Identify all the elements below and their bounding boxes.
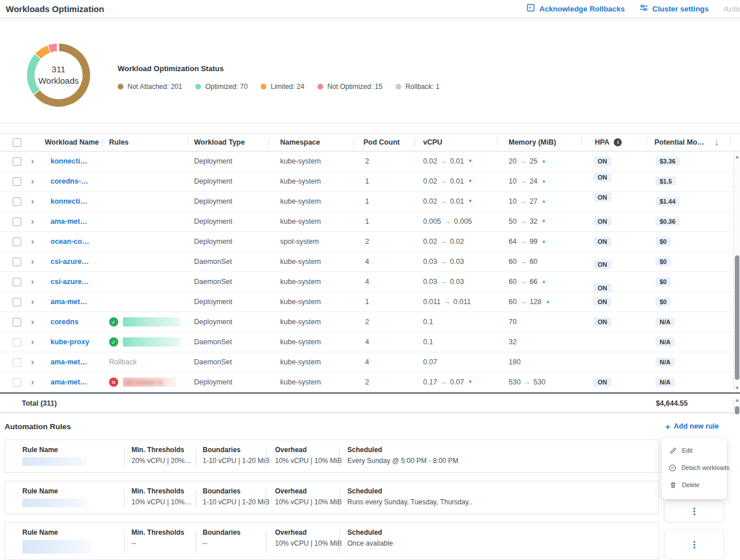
column-header-namespace[interactable]: Namespace	[269, 134, 354, 151]
rules-cell	[102, 272, 188, 291]
row-checkbox[interactable]	[13, 197, 21, 206]
arrow-right-icon: →	[520, 197, 527, 205]
row-checkbox[interactable]	[13, 157, 21, 166]
vcpu-cell: 0.02→0.01▼	[414, 151, 497, 171]
hpa-badge: ON	[594, 297, 611, 306]
kebab-menu-icon[interactable]	[691, 505, 698, 518]
row-checkbox[interactable]	[13, 338, 21, 347]
pod-count: 1	[354, 212, 414, 231]
expand-chevron-icon[interactable]: ›	[31, 277, 34, 286]
table-row[interactable]: › konnecti… Deployment kube-system 2 0.0…	[0, 151, 740, 172]
menu-item-detach-workloads[interactable]: Detach workloads	[661, 459, 727, 476]
menu-item-edit[interactable]: Edit	[661, 442, 727, 459]
expand-chevron-icon[interactable]: ›	[31, 197, 34, 206]
table-row[interactable]: › ama-met… Deployment kube-system 1 0.01…	[0, 292, 740, 312]
column-header-rules[interactable]: Rules	[102, 134, 188, 151]
table-scrollbar[interactable]	[733, 153, 740, 392]
row-checkbox[interactable]	[13, 217, 21, 226]
workload-name-link[interactable]: coredns-…	[51, 177, 88, 185]
thresholds-value: --	[131, 539, 196, 547]
info-icon[interactable]: i	[614, 138, 622, 146]
expand-chevron-icon[interactable]: ›	[31, 337, 34, 347]
column-header-vcpu[interactable]: vCPU	[414, 134, 497, 151]
arrow-right-icon: →	[520, 278, 527, 286]
namespace: kube-system	[269, 252, 354, 271]
table-row[interactable]: › ama-met… Deployment kube-system 1 0.00…	[0, 212, 740, 232]
table-row[interactable]: › coredns ✓ Deployment kube-system 2 0.1…	[0, 312, 740, 332]
sort-desc-icon[interactable]: ↓	[715, 138, 719, 147]
workload-name-link[interactable]: konnecti…	[51, 157, 87, 165]
arrow-right-icon: →	[444, 217, 451, 225]
expand-chevron-icon[interactable]: ›	[31, 257, 34, 266]
column-header-workload-name[interactable]: Workload Name	[45, 134, 102, 151]
select-all-checkbox[interactable]	[13, 138, 21, 147]
namespace: kube-system	[269, 352, 354, 372]
row-checkbox[interactable]	[13, 298, 21, 306]
workload-name-link[interactable]: ama-met…	[51, 378, 87, 386]
scroll-down-icon[interactable]	[735, 387, 739, 390]
table-row[interactable]: › ama-met… ✕xxx xxxxxxx xx Deployment ku…	[0, 372, 740, 392]
scroll-up-icon[interactable]	[735, 155, 739, 158]
table-row[interactable]: › csi-azure… DaemonSet kube-system 4 0.0…	[0, 272, 740, 292]
column-header-workload-type[interactable]: Workload Type	[188, 134, 269, 151]
table-row[interactable]: › kube-proxy ✓ DaemonSet kube-system 4 0…	[0, 332, 740, 352]
potential-savings-badge: $0	[656, 297, 671, 306]
table-row[interactable]: › ama-met… Rollback DaemonSet kube-syste…	[0, 352, 740, 372]
rule-name-label: Rule Name	[22, 528, 124, 536]
expand-chevron-icon[interactable]: ›	[31, 378, 34, 387]
workload-name-link[interactable]: ama-met…	[51, 358, 87, 366]
rule-card[interactable]: Rule Name Min. Thresholds10% vCPU | 10%……	[5, 481, 659, 514]
row-checkbox[interactable]	[13, 278, 21, 286]
expand-chevron-icon[interactable]: ›	[31, 317, 34, 326]
boundaries-label: Boundaries	[203, 487, 266, 495]
rule-name-label: Rule Name	[22, 446, 124, 454]
pod-count: 4	[354, 272, 414, 291]
cluster-settings-button[interactable]: Cluster settings	[640, 3, 708, 14]
row-checkbox[interactable]	[13, 238, 21, 246]
row-checkbox[interactable]	[13, 358, 21, 367]
table-row[interactable]: › konnecti… Deployment kube-system 1 0.0…	[0, 192, 740, 212]
rule-attached-icon: ✓	[109, 317, 118, 326]
workload-name-link[interactable]: ama-met…	[51, 298, 87, 306]
workload-name-link[interactable]: konnecti…	[51, 197, 87, 205]
scrollbar-thumb[interactable]	[735, 255, 739, 380]
potential-savings-badge: $0	[656, 277, 671, 286]
page-scrollbar[interactable]	[733, 396, 740, 415]
expand-chevron-icon[interactable]: ›	[31, 297, 34, 306]
menu-item-delete[interactable]: Delete	[661, 476, 727, 493]
acknowledge-label: Acknowledge Rollbacks	[539, 5, 625, 13]
expand-chevron-icon[interactable]: ›	[31, 357, 34, 367]
workload-type: Deployment	[188, 372, 269, 392]
row-checkbox[interactable]	[13, 378, 21, 387]
scroll-up-icon[interactable]	[735, 399, 739, 402]
column-header-potential[interactable]: Potential Mo… ↓	[646, 134, 740, 151]
workload-name-link[interactable]: coredns	[51, 318, 79, 326]
row-checkbox[interactable]	[13, 258, 21, 266]
kebab-menu-icon[interactable]	[691, 539, 698, 551]
workload-name-link[interactable]: csi-azure…	[51, 278, 89, 286]
namespace: spot-system	[269, 232, 354, 251]
table-row[interactable]: › csi-azure… DaemonSet kube-system 4 0.0…	[0, 252, 740, 272]
expand-chevron-icon[interactable]: ›	[31, 237, 34, 246]
expand-chevron-icon[interactable]: ›	[31, 177, 34, 186]
actions-button[interactable]: Action	[724, 5, 740, 13]
table-row[interactable]: › coredns-… Deployment kube-system 1 0.0…	[0, 172, 740, 192]
row-checkbox[interactable]	[13, 318, 21, 326]
acknowledge-rollbacks-button[interactable]: Acknowledge Rollbacks	[526, 3, 625, 14]
expand-chevron-icon[interactable]: ›	[31, 217, 34, 226]
table-row[interactable]: › ocean-co… Deployment spot-system 2 0.0…	[0, 232, 740, 252]
expand-chevron-icon[interactable]: ›	[31, 157, 34, 166]
workload-name-link[interactable]: ocean-co…	[51, 238, 89, 246]
scrollbar-thumb[interactable]	[735, 406, 739, 414]
column-header-memory[interactable]: Memory (MiB)	[497, 134, 581, 151]
column-header-hpa[interactable]: HPA i	[581, 134, 646, 151]
column-header-pod-count[interactable]: Pod Count	[354, 134, 414, 151]
add-new-rule-button[interactable]: + Add new rule	[665, 422, 719, 431]
workload-name-link[interactable]: csi-azure…	[51, 258, 89, 266]
workload-name-link[interactable]: ama-met…	[51, 217, 87, 225]
rule-card[interactable]: Rule Name Min. Thresholds20% vCPU | 20%……	[5, 440, 659, 473]
rule-rollback-label: Rollback	[109, 358, 137, 366]
workload-name-link[interactable]: kube-proxy	[51, 338, 89, 346]
row-checkbox[interactable]	[13, 177, 21, 186]
rule-card[interactable]: Rule Name Min. Thresholds-- Boundaries--…	[5, 522, 659, 560]
